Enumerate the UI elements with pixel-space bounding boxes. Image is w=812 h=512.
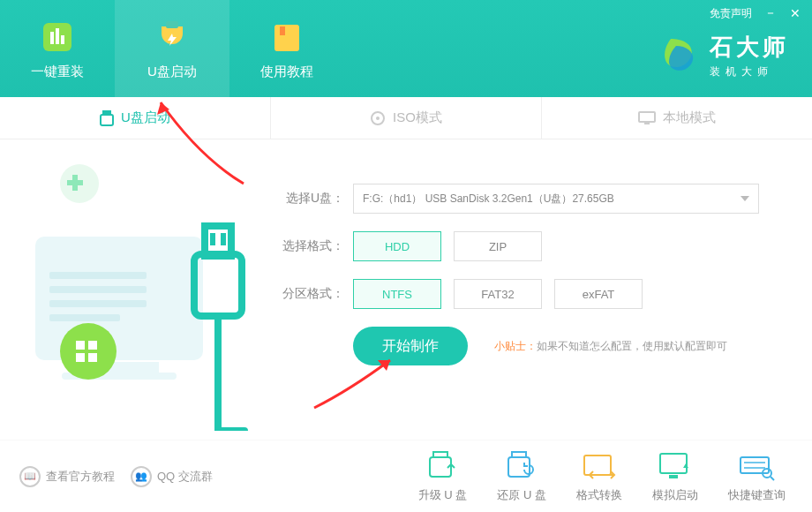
disk-value: F:G:（hd1） USB SanDisk 3.2Gen1（U盘）27.65GB xyxy=(363,192,614,207)
window-controls: 免责声明 － ✕ xyxy=(710,5,801,21)
header: 免责声明 － ✕ 一键重装 U盘启动 使用教程 石大师 装机大师 xyxy=(0,0,812,97)
brand: 石大师 装机大师 xyxy=(660,32,789,79)
action-label: 模拟启动 xyxy=(652,487,698,503)
book-icon: 📖 xyxy=(19,466,41,487)
partition-label: 分区格式： xyxy=(274,286,344,302)
action-row: 开始制作 小贴士：如果不知道怎么配置，使用默认配置即可 xyxy=(353,327,786,365)
svg-point-10 xyxy=(376,117,380,120)
svg-rect-19 xyxy=(49,300,147,307)
tutorial-icon xyxy=(267,18,306,56)
action-label: 升级 U 盘 xyxy=(418,487,468,503)
svg-rect-14 xyxy=(35,237,203,360)
nav-label: 一键重装 xyxy=(31,64,84,80)
action-hotkey-query[interactable]: 快捷键查询 xyxy=(728,450,786,503)
format-option-hdd[interactable]: HDD xyxy=(353,231,441,261)
usb-boot-icon xyxy=(153,18,192,56)
svg-rect-36 xyxy=(669,475,678,478)
iso-icon xyxy=(370,110,386,126)
mode-tabs: U盘启动 ISO模式 本地模式 xyxy=(0,97,812,139)
tab-usb-boot[interactable]: U盘启动 xyxy=(0,97,271,139)
disk-label: 选择U盘： xyxy=(274,191,344,207)
svg-rect-17 xyxy=(49,272,147,279)
svg-rect-3 xyxy=(61,35,64,44)
format-label: 选择格式： xyxy=(274,238,344,254)
row-partition: 分区格式： NTFS FAT32 exFAT xyxy=(274,279,786,309)
tab-label: ISO模式 xyxy=(393,109,442,126)
svg-rect-6 xyxy=(280,26,285,35)
svg-rect-20 xyxy=(49,314,120,321)
row-disk: 选择U盘： F:G:（hd1） USB SanDisk 3.2Gen1（U盘）2… xyxy=(274,184,786,214)
svg-rect-24 xyxy=(76,353,85,362)
row-format: 选择格式： HDD ZIP xyxy=(274,231,786,261)
tip: 小贴士：如果不知道怎么配置，使用默认配置即可 xyxy=(494,339,727,354)
svg-rect-28 xyxy=(210,233,215,245)
nav-tutorial[interactable]: 使用教程 xyxy=(229,0,344,97)
svg-rect-5 xyxy=(274,25,299,51)
nav-label: 使用教程 xyxy=(260,64,313,80)
svg-rect-2 xyxy=(56,28,59,44)
svg-rect-35 xyxy=(660,454,687,473)
svg-rect-1 xyxy=(50,32,54,44)
svg-rect-23 xyxy=(88,341,97,350)
monitor-icon xyxy=(638,111,656,125)
upgrade-icon xyxy=(425,450,462,482)
nav-usb-boot[interactable]: U盘启动 xyxy=(115,0,229,97)
svg-line-41 xyxy=(771,477,774,480)
usb-icon xyxy=(100,110,114,126)
action-simulate-boot[interactable]: 模拟启动 xyxy=(652,450,698,503)
keyboard-search-icon xyxy=(739,450,776,482)
brand-logo-icon xyxy=(660,35,701,76)
disk-select[interactable]: F:G:（hd1） USB SanDisk 3.2Gen1（U盘）27.65GB xyxy=(353,184,759,214)
tip-text: 如果不知道怎么配置，使用默认配置即可 xyxy=(537,340,727,352)
reinstall-icon xyxy=(38,18,77,56)
tab-label: U盘启动 xyxy=(121,109,170,126)
tab-iso-mode[interactable]: ISO模式 xyxy=(271,97,542,139)
action-upgrade-usb[interactable]: 升级 U 盘 xyxy=(418,450,468,503)
footer: 📖 查看官方教程 👥 QQ 交流群 升级 U 盘 还原 U 盘 格式转换 模拟启… xyxy=(0,440,812,512)
footer-actions: 升级 U 盘 还原 U 盘 格式转换 模拟启动 快捷键查询 xyxy=(418,450,786,503)
svg-rect-37 xyxy=(741,457,769,473)
tip-label: 小贴士： xyxy=(494,340,537,352)
start-button[interactable]: 开始制作 xyxy=(353,327,468,365)
svg-rect-18 xyxy=(49,286,147,293)
minimize-button[interactable]: － xyxy=(764,5,777,21)
convert-icon xyxy=(581,450,618,482)
brand-title: 石大师 xyxy=(710,32,789,63)
nav-label: U盘启动 xyxy=(147,64,197,80)
link-official-tutorial[interactable]: 📖 查看官方教程 xyxy=(19,466,115,487)
partition-option-fat32[interactable]: FAT32 xyxy=(454,279,542,309)
svg-rect-12 xyxy=(644,123,650,124)
format-option-zip[interactable]: ZIP xyxy=(454,231,542,261)
restore-icon xyxy=(503,450,540,482)
link-label: 查看官方教程 xyxy=(46,469,115,485)
svg-point-21 xyxy=(60,323,117,380)
tab-local-mode[interactable]: 本地模式 xyxy=(542,97,812,139)
tab-label: 本地模式 xyxy=(663,109,716,126)
action-label: 格式转换 xyxy=(576,487,622,503)
svg-rect-8 xyxy=(101,115,113,125)
partition-option-exfat[interactable]: exFAT xyxy=(554,279,643,309)
action-restore-usb[interactable]: 还原 U 盘 xyxy=(497,450,546,503)
svg-rect-29 xyxy=(221,233,226,245)
chevron-down-icon xyxy=(741,196,749,201)
people-icon: 👥 xyxy=(131,466,152,487)
close-button[interactable]: ✕ xyxy=(789,6,801,20)
simulate-icon xyxy=(657,450,694,482)
action-format-convert[interactable]: 格式转换 xyxy=(576,450,622,503)
svg-rect-22 xyxy=(76,341,85,350)
link-label: QQ 交流群 xyxy=(157,469,213,485)
link-qq-group[interactable]: 👥 QQ 交流群 xyxy=(131,466,213,487)
nav-reinstall[interactable]: 一键重装 xyxy=(0,0,115,97)
svg-rect-25 xyxy=(88,353,97,362)
action-label: 快捷键查询 xyxy=(728,487,786,503)
config-form: 选择U盘： F:G:（hd1） USB SanDisk 3.2Gen1（U盘）2… xyxy=(274,157,786,365)
brand-subtitle: 装机大师 xyxy=(710,64,789,79)
svg-rect-4 xyxy=(166,21,178,28)
content: 选择U盘： F:G:（hd1） USB SanDisk 3.2Gen1（U盘）2… xyxy=(0,139,812,440)
svg-rect-11 xyxy=(639,112,655,122)
svg-rect-34 xyxy=(584,456,611,475)
footer-links: 📖 查看官方教程 👥 QQ 交流群 xyxy=(19,466,213,487)
action-label: 还原 U 盘 xyxy=(497,487,546,503)
disclaimer-link[interactable]: 免责声明 xyxy=(710,6,752,21)
partition-option-ntfs[interactable]: NTFS xyxy=(353,279,441,309)
